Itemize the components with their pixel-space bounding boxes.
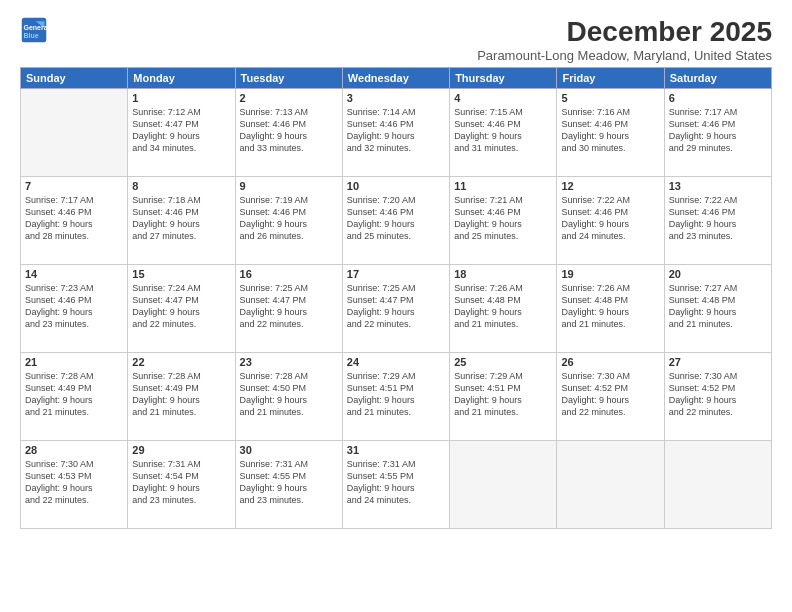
day-info-line: Sunrise: 7:30 AM: [561, 370, 659, 382]
day-number: 3: [347, 92, 445, 104]
logo: General Blue: [20, 16, 48, 44]
header-saturday: Saturday: [664, 68, 771, 89]
day-info-line: Daylight: 9 hours: [347, 394, 445, 406]
day-info-line: and 34 minutes.: [132, 142, 230, 154]
day-cell: 31Sunrise: 7:31 AMSunset: 4:55 PMDayligh…: [342, 441, 449, 529]
calendar-table: SundayMondayTuesdayWednesdayThursdayFrid…: [20, 67, 772, 529]
day-info-line: and 22 minutes.: [132, 318, 230, 330]
day-info-line: Sunrise: 7:31 AM: [240, 458, 338, 470]
day-info-line: Sunrise: 7:26 AM: [454, 282, 552, 294]
day-info-line: Daylight: 9 hours: [669, 130, 767, 142]
day-number: 19: [561, 268, 659, 280]
day-number: 25: [454, 356, 552, 368]
header-wednesday: Wednesday: [342, 68, 449, 89]
day-info-line: and 22 minutes.: [669, 406, 767, 418]
day-cell: 5Sunrise: 7:16 AMSunset: 4:46 PMDaylight…: [557, 89, 664, 177]
day-info-line: Sunset: 4:54 PM: [132, 470, 230, 482]
day-info-line: Daylight: 9 hours: [669, 218, 767, 230]
header-row: SundayMondayTuesdayWednesdayThursdayFrid…: [21, 68, 772, 89]
day-info-line: and 31 minutes.: [454, 142, 552, 154]
day-info-line: Sunrise: 7:18 AM: [132, 194, 230, 206]
day-cell: 7Sunrise: 7:17 AMSunset: 4:46 PMDaylight…: [21, 177, 128, 265]
day-number: 22: [132, 356, 230, 368]
day-info-line: and 32 minutes.: [347, 142, 445, 154]
day-info-line: Daylight: 9 hours: [669, 394, 767, 406]
day-cell: 18Sunrise: 7:26 AMSunset: 4:48 PMDayligh…: [450, 265, 557, 353]
day-info-line: Sunset: 4:46 PM: [347, 118, 445, 130]
day-info-line: Daylight: 9 hours: [347, 306, 445, 318]
day-info-line: Sunrise: 7:29 AM: [347, 370, 445, 382]
day-info-line: Sunset: 4:55 PM: [347, 470, 445, 482]
day-info-line: and 24 minutes.: [347, 494, 445, 506]
day-cell: 16Sunrise: 7:25 AMSunset: 4:47 PMDayligh…: [235, 265, 342, 353]
day-info-line: and 28 minutes.: [25, 230, 123, 242]
day-cell: [21, 89, 128, 177]
day-cell: 13Sunrise: 7:22 AMSunset: 4:46 PMDayligh…: [664, 177, 771, 265]
day-info-line: Sunset: 4:51 PM: [454, 382, 552, 394]
day-cell: 24Sunrise: 7:29 AMSunset: 4:51 PMDayligh…: [342, 353, 449, 441]
day-number: 6: [669, 92, 767, 104]
day-info-line: and 25 minutes.: [454, 230, 552, 242]
day-number: 23: [240, 356, 338, 368]
day-cell: 23Sunrise: 7:28 AMSunset: 4:50 PMDayligh…: [235, 353, 342, 441]
day-info-line: Sunset: 4:52 PM: [561, 382, 659, 394]
day-info-line: Daylight: 9 hours: [132, 306, 230, 318]
day-info-line: Sunrise: 7:28 AM: [240, 370, 338, 382]
day-info-line: and 29 minutes.: [669, 142, 767, 154]
day-info-line: Daylight: 9 hours: [132, 394, 230, 406]
day-cell: 10Sunrise: 7:20 AMSunset: 4:46 PMDayligh…: [342, 177, 449, 265]
day-info-line: Sunrise: 7:26 AM: [561, 282, 659, 294]
day-info-line: Daylight: 9 hours: [561, 218, 659, 230]
day-number: 24: [347, 356, 445, 368]
day-cell: 22Sunrise: 7:28 AMSunset: 4:49 PMDayligh…: [128, 353, 235, 441]
day-info-line: Daylight: 9 hours: [454, 306, 552, 318]
logo-icon: General Blue: [20, 16, 48, 44]
day-info-line: Sunrise: 7:17 AM: [669, 106, 767, 118]
day-number: 5: [561, 92, 659, 104]
day-info-line: Sunrise: 7:25 AM: [347, 282, 445, 294]
day-info-line: Sunset: 4:46 PM: [454, 206, 552, 218]
day-info-line: Sunrise: 7:16 AM: [561, 106, 659, 118]
day-info-line: Daylight: 9 hours: [347, 482, 445, 494]
day-number: 27: [669, 356, 767, 368]
day-info-line: Sunset: 4:53 PM: [25, 470, 123, 482]
day-cell: 3Sunrise: 7:14 AMSunset: 4:46 PMDaylight…: [342, 89, 449, 177]
day-info-line: Sunset: 4:46 PM: [454, 118, 552, 130]
day-info-line: Daylight: 9 hours: [240, 482, 338, 494]
day-info-line: Sunset: 4:52 PM: [669, 382, 767, 394]
page: General Blue December 2025 Paramount-Lon…: [0, 0, 792, 612]
day-info-line: Sunset: 4:48 PM: [454, 294, 552, 306]
day-number: 1: [132, 92, 230, 104]
day-number: 17: [347, 268, 445, 280]
day-info-line: Sunset: 4:46 PM: [132, 206, 230, 218]
day-info-line: Sunset: 4:50 PM: [240, 382, 338, 394]
header-sunday: Sunday: [21, 68, 128, 89]
day-number: 9: [240, 180, 338, 192]
day-info-line: Daylight: 9 hours: [25, 306, 123, 318]
day-number: 31: [347, 444, 445, 456]
day-info-line: and 21 minutes.: [669, 318, 767, 330]
day-cell: 6Sunrise: 7:17 AMSunset: 4:46 PMDaylight…: [664, 89, 771, 177]
day-info-line: Daylight: 9 hours: [132, 130, 230, 142]
day-cell: 14Sunrise: 7:23 AMSunset: 4:46 PMDayligh…: [21, 265, 128, 353]
day-info-line: Sunset: 4:46 PM: [240, 206, 338, 218]
header-thursday: Thursday: [450, 68, 557, 89]
day-info-line: and 21 minutes.: [347, 406, 445, 418]
week-row-2: 7Sunrise: 7:17 AMSunset: 4:46 PMDaylight…: [21, 177, 772, 265]
day-number: 16: [240, 268, 338, 280]
day-info-line: Daylight: 9 hours: [561, 306, 659, 318]
day-info-line: Daylight: 9 hours: [347, 130, 445, 142]
day-info-line: and 23 minutes.: [669, 230, 767, 242]
day-cell: 26Sunrise: 7:30 AMSunset: 4:52 PMDayligh…: [557, 353, 664, 441]
day-info-line: Sunrise: 7:20 AM: [347, 194, 445, 206]
day-info-line: and 21 minutes.: [561, 318, 659, 330]
header: General Blue December 2025 Paramount-Lon…: [20, 16, 772, 63]
day-info-line: Sunrise: 7:24 AM: [132, 282, 230, 294]
day-number: 20: [669, 268, 767, 280]
day-info-line: Sunrise: 7:31 AM: [132, 458, 230, 470]
day-cell: 17Sunrise: 7:25 AMSunset: 4:47 PMDayligh…: [342, 265, 449, 353]
day-info-line: and 21 minutes.: [25, 406, 123, 418]
day-info-line: Sunset: 4:47 PM: [240, 294, 338, 306]
day-info-line: Sunset: 4:46 PM: [561, 206, 659, 218]
day-info-line: Sunset: 4:48 PM: [669, 294, 767, 306]
